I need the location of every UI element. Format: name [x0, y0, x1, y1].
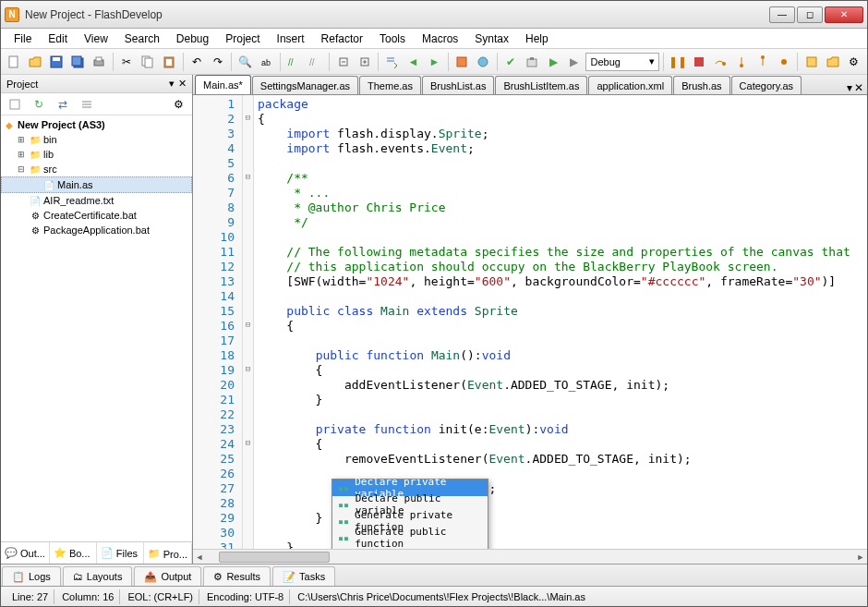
- tab-close-icon[interactable]: ✕: [854, 81, 863, 94]
- tab-dropdown-icon[interactable]: ▾: [847, 81, 852, 94]
- titlebar[interactable]: N New Project - FlashDevelop — ◻ ✕: [1, 1, 867, 29]
- tree-root[interactable]: ◆ New Project (AS3): [1, 117, 192, 132]
- tree-item[interactable]: ⚙PackageApplication.bat: [1, 223, 192, 237]
- sidebar-tab[interactable]: ⭐Bo...: [50, 542, 97, 564]
- stop-icon[interactable]: [689, 52, 708, 72]
- replace-icon[interactable]: ab: [257, 52, 276, 72]
- collapse-all-icon[interactable]: [77, 94, 97, 115]
- forward-icon[interactable]: ►: [425, 52, 444, 72]
- bottom-tab-layouts[interactable]: 🗂Layouts: [63, 566, 133, 587]
- minimize-button[interactable]: —: [769, 6, 795, 23]
- run-noargs-icon[interactable]: ▶: [565, 52, 585, 72]
- menu-search[interactable]: Search: [117, 30, 167, 47]
- editor-tab[interactable]: BrushListItem.as: [495, 76, 587, 94]
- panel-close-icon[interactable]: ✕: [178, 78, 187, 90]
- tool1-icon[interactable]: [452, 52, 472, 72]
- sidebar-tab[interactable]: 📁Pro...: [144, 542, 192, 564]
- editor-tab[interactable]: Main.as*: [195, 75, 251, 94]
- sync-icon[interactable]: ⇄: [53, 94, 73, 115]
- editor-tab[interactable]: application.xml: [588, 76, 672, 94]
- cut-icon[interactable]: ✂: [117, 52, 137, 72]
- menu-project[interactable]: Project: [218, 30, 267, 47]
- redo-icon[interactable]: ↷: [208, 52, 227, 72]
- expand-icon[interactable]: [355, 52, 374, 72]
- tree-item[interactable]: 📄AIR_readme.txt: [1, 193, 192, 208]
- back-icon[interactable]: ◄: [404, 52, 423, 72]
- menu-debug[interactable]: Debug: [169, 30, 216, 47]
- tree-item-label: CreateCertificate.bat: [43, 210, 137, 221]
- menu-tools[interactable]: Tools: [372, 30, 413, 47]
- menu-macros[interactable]: Macros: [415, 30, 465, 47]
- fold-column[interactable]: ⊟⊟⊟⊟⊟: [243, 95, 254, 549]
- svg-text://: //: [309, 57, 315, 67]
- undo-icon[interactable]: ↶: [187, 52, 207, 72]
- tree-root-label: New Project (AS3): [18, 119, 105, 130]
- toolbar-separator: [183, 53, 184, 71]
- project-options-icon[interactable]: ⚙: [168, 94, 188, 115]
- check-syntax-icon[interactable]: ✔: [501, 52, 521, 72]
- horizontal-scrollbar[interactable]: ◄►: [193, 549, 867, 564]
- code-editor[interactable]: 1234567891011121314151617181920212223242…: [193, 95, 867, 549]
- editor-tab[interactable]: BrushList.as: [422, 76, 495, 94]
- editor-tab[interactable]: Brush.as: [673, 76, 729, 94]
- new-project-icon[interactable]: [802, 52, 821, 72]
- pause-icon[interactable]: ❚❚: [668, 52, 687, 72]
- step-over-icon[interactable]: [710, 52, 729, 72]
- config-dropdown[interactable]: Debug▾: [585, 53, 659, 71]
- bottom-tab-tasks[interactable]: 📝Tasks: [272, 566, 335, 587]
- save-icon[interactable]: [47, 52, 66, 72]
- sidebar-tab[interactable]: 📄Files: [97, 542, 144, 564]
- save-all-icon[interactable]: [68, 52, 88, 72]
- print-icon[interactable]: [90, 52, 109, 72]
- svg-point-28: [781, 59, 787, 65]
- tree-item[interactable]: 📄Main.as: [1, 176, 192, 193]
- uncomment-icon[interactable]: //: [306, 52, 325, 72]
- open-project-icon[interactable]: [823, 52, 842, 72]
- collapse-icon[interactable]: [333, 52, 353, 72]
- sidebar-tab[interactable]: 💬Out...: [1, 542, 50, 564]
- menu-help[interactable]: Help: [518, 30, 556, 47]
- find-icon[interactable]: 🔍: [235, 52, 255, 72]
- comment-icon[interactable]: //: [284, 52, 304, 72]
- menu-file[interactable]: File: [6, 30, 39, 47]
- project-tree[interactable]: ◆ New Project (AS3) ⊞📁bin⊞📁lib⊟📁src📄Main…: [1, 115, 192, 541]
- menu-insert[interactable]: Insert: [270, 30, 312, 47]
- menu-syntax[interactable]: Syntax: [467, 30, 516, 47]
- context-menu-item[interactable]: ▪▪Generate public function: [332, 529, 488, 546]
- menu-view[interactable]: View: [77, 30, 115, 47]
- tree-item[interactable]: ⊞📁lib: [1, 147, 192, 162]
- editor-tab[interactable]: Category.as: [731, 76, 802, 94]
- refresh-icon[interactable]: ↻: [29, 94, 49, 115]
- svg-rect-23: [527, 59, 536, 67]
- line-gutter[interactable]: 1234567891011121314151617181920212223242…: [193, 95, 243, 549]
- goto-line-icon[interactable]: [382, 52, 402, 72]
- panel-dropdown-icon[interactable]: ▾: [169, 78, 175, 90]
- tree-item[interactable]: ⊞📁bin: [1, 132, 192, 147]
- close-button[interactable]: ✕: [825, 6, 863, 23]
- tab-icon: ⭐: [54, 547, 66, 559]
- step-into-icon[interactable]: [731, 52, 751, 72]
- show-hidden-icon[interactable]: [5, 94, 25, 115]
- editor-tab[interactable]: Theme.as: [359, 76, 421, 94]
- editor-tab[interactable]: SettingsManager.as: [252, 76, 358, 94]
- open-icon[interactable]: [26, 52, 45, 72]
- tree-item[interactable]: ⚙CreateCertificate.bat: [1, 208, 192, 223]
- step-out-icon[interactable]: [753, 52, 772, 72]
- bottom-tab-logs[interactable]: 📋Logs: [2, 566, 61, 587]
- paste-icon[interactable]: [160, 52, 179, 72]
- tool2-icon[interactable]: [474, 52, 493, 72]
- run-to-icon[interactable]: [774, 52, 793, 72]
- menu-edit[interactable]: Edit: [41, 30, 75, 47]
- tree-item[interactable]: ⊟📁src: [1, 162, 192, 176]
- menu-refactor[interactable]: Refactor: [314, 30, 370, 47]
- maximize-button[interactable]: ◻: [797, 6, 823, 23]
- project-props-icon[interactable]: ⚙: [844, 52, 863, 72]
- status-column: Column: 16: [56, 589, 120, 604]
- panel-header[interactable]: Project ▾ ✕: [1, 75, 192, 93]
- run-icon[interactable]: ▶: [544, 52, 563, 72]
- bottom-tab-results[interactable]: ⚙Results: [203, 566, 271, 587]
- bottom-tab-output[interactable]: 📤Output: [134, 566, 201, 587]
- new-file-icon[interactable]: [5, 52, 24, 72]
- build-icon[interactable]: [523, 52, 542, 72]
- copy-icon[interactable]: [139, 52, 158, 72]
